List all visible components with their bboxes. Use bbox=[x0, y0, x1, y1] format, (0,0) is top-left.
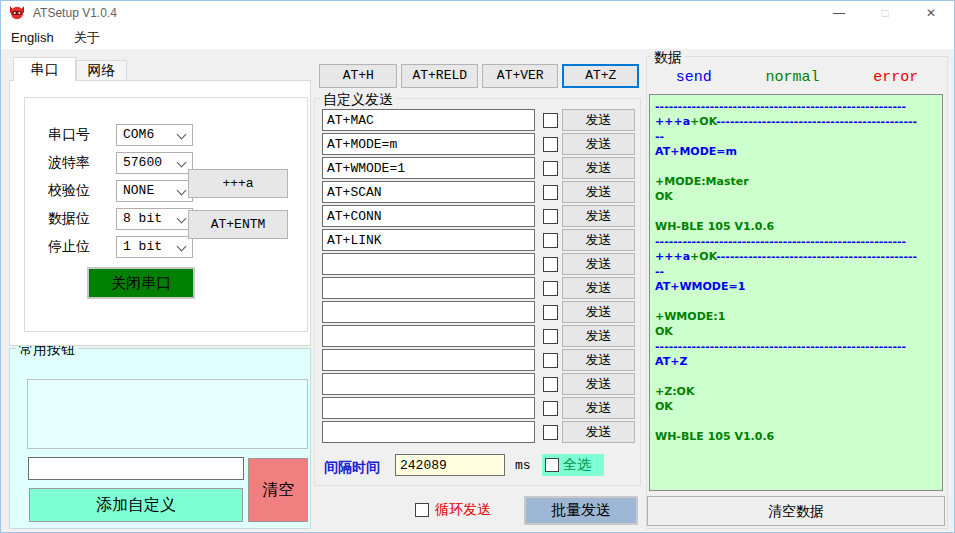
send-button[interactable]: 发送 bbox=[562, 397, 635, 419]
command-checkbox[interactable] bbox=[543, 161, 558, 176]
send-button[interactable]: 发送 bbox=[562, 421, 635, 443]
command-checkbox[interactable] bbox=[543, 137, 558, 152]
quick-command-button[interactable]: AT+Z bbox=[562, 64, 639, 88]
maximize-button[interactable]: □ bbox=[862, 1, 908, 26]
custom-command-row: 发送 bbox=[322, 229, 637, 251]
command-input[interactable] bbox=[322, 397, 535, 419]
dropdown-value: NONE bbox=[123, 183, 154, 198]
send-button[interactable]: 发送 bbox=[562, 349, 635, 371]
log-line: -- bbox=[655, 129, 937, 144]
add-custom-button[interactable]: 添加自定义 bbox=[29, 488, 243, 522]
command-checkbox[interactable] bbox=[543, 377, 558, 392]
send-button[interactable]: 发送 bbox=[562, 133, 635, 155]
field-dropdown[interactable]: 57600 bbox=[116, 152, 193, 174]
log-line: OK bbox=[655, 399, 937, 414]
menu-item[interactable]: English bbox=[1, 27, 64, 48]
send-button[interactable]: 发送 bbox=[562, 205, 635, 227]
minimize-button[interactable]: — bbox=[816, 1, 862, 26]
interval-unit: ms bbox=[515, 458, 531, 473]
custom-command-row: 发送 bbox=[322, 109, 637, 131]
send-button[interactable]: 发送 bbox=[562, 301, 635, 323]
custom-command-row: 发送 bbox=[322, 205, 637, 227]
at-entm-button[interactable]: AT+ENTM bbox=[188, 210, 288, 239]
quick-command-button[interactable]: AT+H bbox=[319, 64, 397, 88]
send-button[interactable]: 发送 bbox=[562, 157, 635, 179]
select-all-checkbox[interactable] bbox=[545, 458, 559, 472]
command-input[interactable] bbox=[322, 253, 535, 275]
command-input[interactable] bbox=[322, 205, 535, 227]
command-input[interactable] bbox=[322, 157, 535, 179]
command-input[interactable] bbox=[322, 421, 535, 443]
app-icon bbox=[9, 5, 25, 21]
send-button[interactable]: 发送 bbox=[562, 229, 635, 251]
command-checkbox[interactable] bbox=[543, 281, 558, 296]
field-dropdown[interactable]: 8 bit bbox=[116, 208, 193, 230]
dropdown-value: 8 bit bbox=[123, 211, 162, 226]
data-log[interactable]: ----------------------------------------… bbox=[649, 94, 943, 491]
command-input[interactable] bbox=[322, 325, 535, 347]
command-input[interactable] bbox=[322, 181, 535, 203]
close-button[interactable]: ✕ bbox=[908, 1, 954, 26]
quick-command-button[interactable]: AT+VER bbox=[482, 64, 559, 88]
clear-data-button[interactable]: 清空数据 bbox=[647, 496, 945, 526]
log-line: +Z:OK bbox=[655, 384, 937, 399]
command-checkbox[interactable] bbox=[543, 425, 558, 440]
app-window: ATSetup V1.0.4 — □ ✕ English关于 串口 网络 串口号… bbox=[0, 0, 955, 533]
command-input[interactable] bbox=[322, 109, 535, 131]
data-group: 数据 sendnormalerror ---------------------… bbox=[646, 56, 948, 529]
log-line bbox=[655, 159, 937, 174]
title-bar: ATSetup V1.0.4 — □ ✕ bbox=[1, 1, 954, 26]
custom-command-row: 发送 bbox=[322, 373, 637, 395]
send-button[interactable]: 发送 bbox=[562, 109, 635, 131]
command-checkbox[interactable] bbox=[543, 329, 558, 344]
send-button[interactable]: 发送 bbox=[562, 253, 635, 275]
field-dropdown[interactable]: COM6 bbox=[116, 124, 193, 146]
command-checkbox[interactable] bbox=[543, 257, 558, 272]
quick-command-button[interactable]: AT+RELD bbox=[401, 64, 478, 88]
custom-command-row: 发送 bbox=[322, 157, 637, 179]
close-serial-button[interactable]: 关闭串口 bbox=[87, 267, 195, 299]
send-button[interactable]: 发送 bbox=[562, 181, 635, 203]
custom-command-input[interactable] bbox=[28, 457, 244, 480]
command-checkbox[interactable] bbox=[543, 401, 558, 416]
field-label: 数据位 bbox=[48, 210, 90, 228]
send-button[interactable]: 发送 bbox=[562, 277, 635, 299]
command-input[interactable] bbox=[322, 349, 535, 371]
common-buttons-list[interactable] bbox=[27, 379, 308, 449]
command-input[interactable] bbox=[322, 277, 535, 299]
command-input[interactable] bbox=[322, 229, 535, 251]
log-line bbox=[655, 204, 937, 219]
loop-send-checkbox[interactable] bbox=[415, 503, 429, 517]
command-checkbox[interactable] bbox=[543, 353, 558, 368]
window-title: ATSetup V1.0.4 bbox=[33, 6, 117, 20]
command-input[interactable] bbox=[322, 373, 535, 395]
command-checkbox[interactable] bbox=[543, 209, 558, 224]
command-checkbox[interactable] bbox=[543, 113, 558, 128]
menu-item[interactable]: 关于 bbox=[64, 26, 110, 50]
send-button[interactable]: 发送 bbox=[562, 325, 635, 347]
command-checkbox[interactable] bbox=[543, 185, 558, 200]
command-input[interactable] bbox=[322, 133, 535, 155]
custom-command-row: 发送 bbox=[322, 325, 637, 347]
command-input[interactable] bbox=[322, 301, 535, 323]
custom-command-row: 发送 bbox=[322, 253, 637, 275]
plus-a-button[interactable]: +++a bbox=[188, 169, 288, 198]
field-dropdown[interactable]: 1 bit bbox=[116, 236, 193, 258]
custom-command-row: 发送 bbox=[322, 181, 637, 203]
tab-serial[interactable]: 串口 bbox=[13, 57, 76, 81]
log-line: AT+MODE=m bbox=[655, 144, 937, 159]
send-button[interactable]: 发送 bbox=[562, 373, 635, 395]
tab-network[interactable]: 网络 bbox=[76, 60, 127, 81]
field-dropdown[interactable]: NONE bbox=[116, 180, 193, 202]
custom-command-row: 发送 bbox=[322, 421, 637, 443]
log-line: AT+Z bbox=[655, 354, 937, 369]
interval-input[interactable] bbox=[395, 454, 505, 476]
loop-send-row: 循环发送 bbox=[415, 501, 491, 519]
legend-item: send bbox=[676, 69, 712, 86]
command-checkbox[interactable] bbox=[543, 305, 558, 320]
clear-button[interactable]: 清空 bbox=[248, 458, 308, 522]
command-checkbox[interactable] bbox=[543, 233, 558, 248]
chevron-down-icon bbox=[177, 242, 187, 252]
log-line: +MODE:Master bbox=[655, 174, 937, 189]
batch-send-button[interactable]: 批量发送 bbox=[524, 496, 638, 525]
